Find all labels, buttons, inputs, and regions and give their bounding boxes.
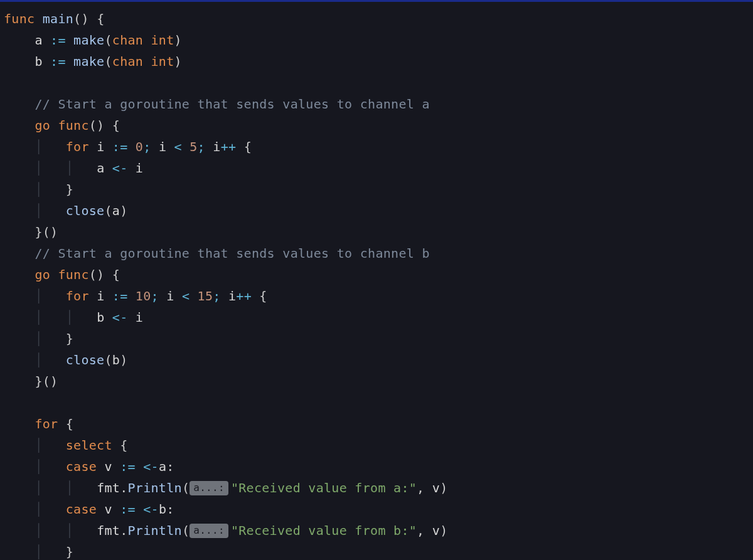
identifier: b	[159, 502, 166, 517]
builtin: close	[66, 203, 105, 218]
comment: // Start a goroutine that sends values t…	[35, 97, 429, 112]
code-line[interactable]: │ │ fmt.Println(a...:"Received value fro…	[4, 477, 753, 499]
code-line[interactable]: │ }	[4, 541, 753, 560]
code-line[interactable]: b := make(chan int)	[4, 51, 753, 72]
brace: }	[66, 544, 73, 559]
brace: }	[35, 225, 42, 240]
code-line-blank[interactable]	[4, 392, 753, 413]
code-line[interactable]: a := make(chan int)	[4, 29, 753, 51]
string: "Received value from b:"	[231, 523, 417, 538]
code-line[interactable]: │ close(a)	[4, 200, 753, 221]
operator: <-	[143, 459, 159, 474]
code-line[interactable]: │ for i := 10; i < 15; i++ {	[4, 285, 753, 307]
brace: {	[112, 267, 120, 282]
code-line[interactable]: │ select {	[4, 435, 753, 456]
operator: :=	[50, 54, 66, 69]
punct: ,	[417, 480, 424, 495]
code-line[interactable]: func main() {	[4, 8, 753, 29]
indent-guide: │	[35, 182, 42, 197]
identifier: i	[97, 288, 104, 304]
punct: (	[104, 203, 112, 218]
func-name: Println	[128, 523, 182, 538]
inlay-hint: a...:	[190, 524, 228, 538]
string: "Received value from a:"	[231, 480, 417, 495]
keyword: func	[4, 11, 35, 26]
indent-guide: │	[35, 331, 42, 346]
code-line[interactable]: go func() {	[4, 264, 753, 285]
punct: ,	[417, 523, 424, 538]
identifier: i	[166, 288, 174, 304]
indent-guide: │	[35, 139, 42, 154]
punct: ()	[89, 118, 105, 133]
punct: )	[440, 480, 447, 495]
operator: ;	[213, 288, 220, 304]
code-line[interactable]: │ }	[4, 328, 753, 349]
operator: <-	[112, 161, 128, 176]
punct: :	[166, 459, 174, 474]
code-line[interactable]: │ for i := 0; i < 5; i++ {	[4, 136, 753, 157]
punct: :	[166, 502, 174, 517]
builtin: make	[73, 54, 104, 69]
brace: }	[66, 182, 73, 197]
indent-guide: │	[35, 502, 42, 517]
code-line[interactable]: // Start a goroutine that sends values t…	[4, 93, 753, 115]
builtin: close	[66, 352, 105, 367]
operator: ;	[198, 139, 205, 154]
type: chan	[112, 54, 143, 69]
number: 15	[198, 288, 213, 304]
operator: <	[174, 139, 182, 154]
brace: {	[259, 288, 267, 304]
identifier: v	[104, 459, 112, 474]
code-line[interactable]: │ │ fmt.Println(a...:"Received value fro…	[4, 520, 753, 541]
identifier: i	[136, 310, 143, 325]
indent-guide: │	[35, 459, 42, 474]
code-line[interactable]: │ case v := <-b:	[4, 499, 753, 520]
identifier: b	[112, 352, 120, 367]
indent-guide: │	[35, 438, 42, 453]
code-editor[interactable]: func main() { a := make(chan int) b := m…	[0, 2, 753, 560]
code-line[interactable]: │ │ a <- i	[4, 157, 753, 179]
operator: ++	[236, 288, 252, 304]
code-line[interactable]: │ close(b)	[4, 349, 753, 371]
punct: )	[120, 352, 127, 367]
operator: ++	[221, 139, 237, 154]
punct: ()	[73, 11, 89, 26]
identifier: fmt	[97, 480, 120, 495]
indent-guide: │	[35, 310, 42, 325]
brace: {	[120, 438, 127, 453]
code-line[interactable]: // Start a goroutine that sends values t…	[4, 243, 753, 264]
builtin: make	[73, 33, 104, 48]
keyword: case	[66, 459, 97, 474]
identifier: b	[35, 54, 42, 69]
punct: (	[104, 352, 112, 367]
code-line[interactable]: │ case v := <-a:	[4, 456, 753, 477]
identifier: i	[159, 139, 166, 154]
code-line-blank[interactable]	[4, 72, 753, 93]
indent-guide: │	[35, 161, 42, 176]
punct: (	[104, 33, 112, 48]
punct: ()	[89, 267, 105, 282]
indent-guide: │	[35, 288, 42, 304]
punct: )	[440, 523, 447, 538]
identifier: v	[432, 523, 440, 538]
brace: }	[66, 331, 73, 346]
code-line[interactable]: go func() {	[4, 115, 753, 136]
keyword: case	[66, 502, 97, 517]
identifier: a	[112, 203, 120, 218]
keyword: func	[58, 267, 88, 282]
brace: {	[97, 11, 104, 26]
indent-guide: │	[35, 544, 42, 559]
code-line[interactable]: for {	[4, 413, 753, 435]
indent-guide: │	[66, 161, 73, 176]
comment: // Start a goroutine that sends values t…	[35, 246, 429, 261]
punct: )	[174, 33, 182, 48]
code-line[interactable]: }()	[4, 221, 753, 243]
keyword: go	[35, 118, 50, 133]
code-line[interactable]: │ │ b <- i	[4, 307, 753, 328]
keyword: for	[66, 288, 89, 304]
keyword: for	[66, 139, 89, 154]
identifier: i	[228, 288, 236, 304]
code-line[interactable]: │ }	[4, 179, 753, 200]
keyword: func	[58, 118, 88, 133]
code-line[interactable]: }()	[4, 371, 753, 392]
